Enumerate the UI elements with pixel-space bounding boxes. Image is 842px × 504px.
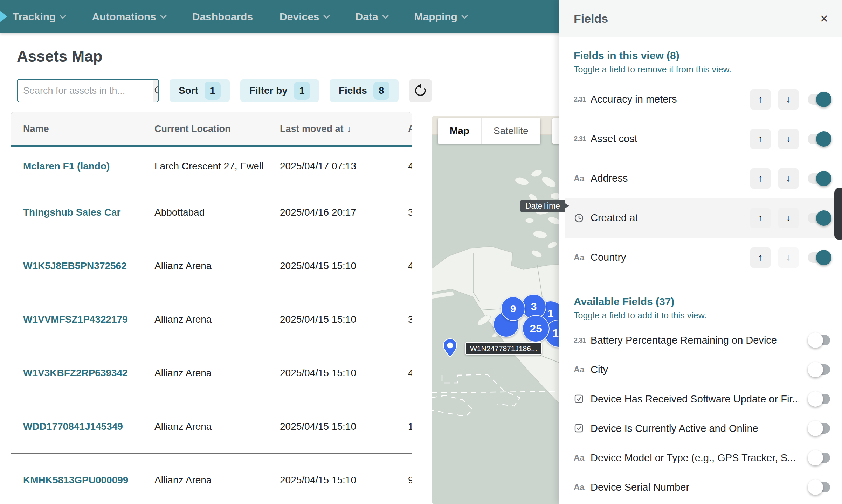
toggle-on[interactable] [808, 131, 831, 147]
toggle-knob [808, 332, 823, 348]
table-row: W1VVMFSZ1P4322179Allianz Arena2025/04/15… [11, 293, 412, 346]
page-title: Assets Map [17, 48, 103, 65]
field-label: Accuracy in meters [591, 93, 743, 105]
nav-item-devices[interactable]: Devices [279, 11, 329, 23]
checkbox-icon [574, 394, 584, 404]
column-header-1[interactable]: Current Location [154, 124, 280, 134]
field-label: Battery Percentage Remaining on Device [591, 335, 799, 346]
move-field-down-button[interactable]: ↓ [778, 208, 799, 228]
field-label: Created at [591, 212, 743, 224]
toggle-on[interactable] [808, 250, 831, 266]
field-row: Created at↑↓ [565, 198, 836, 238]
move-field-up-button[interactable]: ↑ [750, 208, 771, 228]
toggle-on[interactable] [808, 91, 831, 107]
asset-accuracy-value: 17 [408, 421, 412, 432]
field-row: 2.31Battery Percentage Remaining on Devi… [574, 326, 831, 355]
refresh-button[interactable] [409, 79, 432, 102]
move-field-down-button[interactable]: ↓ [778, 89, 799, 110]
pin-tooltip: W1N2477871J186... [465, 342, 542, 355]
scrollbar-thumb[interactable] [834, 188, 842, 240]
nav-item-label: Tracking [13, 11, 56, 23]
toggle-off[interactable] [808, 362, 831, 378]
move-field-up-button[interactable]: ↑ [750, 168, 771, 189]
sort-descending-icon: ↓ [347, 124, 352, 134]
field-row: 2.31Device Signal Strength (in dBm) [574, 502, 831, 504]
map-type-map[interactable]: Map [438, 118, 481, 144]
field-label: Asset cost [591, 133, 743, 145]
close-icon[interactable]: × [820, 12, 828, 25]
asset-location: Allianz Arena [154, 260, 280, 272]
search-input[interactable] [18, 80, 153, 102]
section-divider [559, 288, 842, 288]
toggle-knob [808, 362, 823, 377]
toggle-off[interactable] [808, 420, 831, 436]
toggle-off[interactable] [808, 391, 831, 407]
column-header-label: Name [23, 124, 49, 134]
fields-label: Fields [339, 85, 367, 96]
nav-item-mapping[interactable]: Mapping [414, 11, 467, 23]
nav-collapse-arrow-icon[interactable] [0, 11, 7, 22]
table-row: W1V3KBFZ2RP639342Allianz Arena2025/04/15… [11, 346, 412, 400]
table-header-row: NameCurrent LocationLast moved at↓A [11, 112, 412, 147]
fields-panel: Fields × Fields in this view (8) Toggle … [559, 0, 842, 504]
asset-name-link[interactable]: W1V3KBFZ2RP639342 [23, 368, 154, 379]
field-row: 2.31Accuracy in meters↑↓ [574, 79, 831, 119]
search-button[interactable] [153, 80, 159, 102]
map-cluster-marker[interactable]: 9 [501, 296, 525, 321]
nav-item-tracking[interactable]: Tracking [13, 11, 65, 23]
move-field-up-button[interactable]: ↑ [750, 129, 771, 149]
boolean-type-icon [574, 423, 591, 434]
nav-item-dashboards[interactable]: Dashboards [192, 11, 253, 23]
move-field-down-button[interactable]: ↓ [778, 129, 799, 149]
text-type-glyph: Aa [574, 365, 585, 374]
toggle-on[interactable] [808, 210, 831, 226]
filter-button[interactable]: Filter by 1 [240, 79, 319, 102]
asset-name-link[interactable]: KMHK5813GPU000099 [23, 475, 154, 486]
toggle-knob [816, 250, 831, 265]
toggle-on[interactable] [808, 170, 831, 187]
asset-search [17, 79, 159, 102]
asset-last-moved: 2025/04/15 15:10 [280, 475, 408, 486]
toggle-knob [816, 171, 831, 186]
asset-name-link[interactable]: Thingshub Sales Car [23, 207, 154, 218]
move-field-up-button[interactable]: ↑ [750, 89, 771, 110]
column-header-2[interactable]: Last moved at↓ [280, 124, 408, 134]
number-type-icon: 2.31 [574, 336, 591, 344]
move-field-up-button[interactable]: ↑ [750, 247, 771, 268]
sort-button[interactable]: Sort 1 [170, 79, 230, 102]
move-field-down-button[interactable]: ↓ [778, 168, 799, 189]
nav-item-data[interactable]: Data [356, 11, 388, 23]
field-row: AaAddress↑↓ [574, 159, 831, 198]
column-header-3[interactable]: A [408, 124, 412, 134]
asset-name-link[interactable]: Mclaren F1 (lando) [23, 161, 154, 172]
chevron-down-icon [461, 12, 468, 19]
asset-name-link[interactable]: W1VVMFSZ1P4322179 [23, 314, 154, 325]
field-row: Device Is Currently Active and Online [574, 414, 831, 443]
nav-item-automations[interactable]: Automations [92, 11, 165, 23]
fields-button[interactable]: Fields 8 [330, 79, 399, 102]
asset-last-moved: 2025/04/17 07:13 [280, 161, 408, 172]
filter-label: Filter by [249, 85, 288, 96]
toggle-off[interactable] [808, 450, 831, 466]
datetime-tooltip: DateTime [520, 200, 565, 212]
toggle-off[interactable] [808, 332, 831, 348]
map-cluster-marker[interactable]: 25 [522, 315, 550, 342]
fields-panel-header: Fields × [559, 0, 842, 37]
column-header-label: Last moved at [280, 124, 344, 134]
number-type-glyph: 2.31 [574, 336, 586, 344]
in-view-field-list: 2.31Accuracy in meters↑↓2.31Asset cost↑↓… [574, 79, 831, 277]
asset-name-link[interactable]: WDD1770841J145349 [23, 421, 154, 432]
field-row: Device Has Received Software Update or F… [574, 384, 831, 414]
search-icon [153, 85, 159, 97]
field-label: Country [591, 252, 743, 263]
map-type-satellite[interactable]: Satellite [481, 118, 540, 144]
number-type-icon: 2.31 [574, 95, 591, 103]
column-header-label: A [408, 124, 412, 134]
toggle-off[interactable] [808, 479, 831, 495]
number-type-glyph: 2.31 [574, 95, 586, 103]
asset-name-link[interactable]: W1K5J8EB5PN372562 [23, 260, 154, 272]
asset-last-moved: 2025/04/16 20:17 [280, 207, 408, 218]
column-header-0[interactable]: Name [23, 124, 154, 134]
toggle-knob [816, 131, 831, 147]
fields-panel-title: Fields [574, 12, 820, 26]
